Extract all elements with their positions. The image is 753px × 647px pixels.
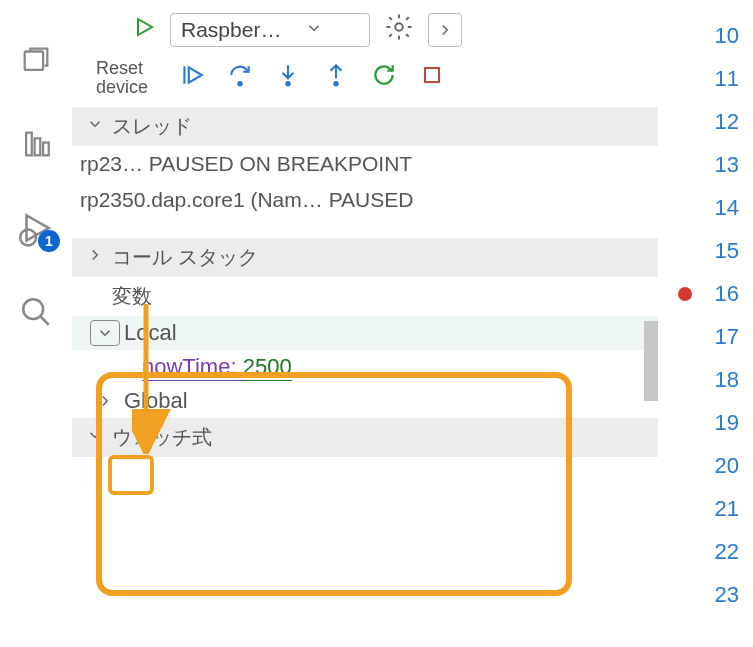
explorer-icon[interactable] [16,40,56,80]
watch-title: ウォッチ式 [112,424,212,451]
svg-point-12 [238,82,241,85]
line-number[interactable]: 17 [658,315,753,358]
svg-line-7 [40,316,49,325]
editor-gutter: 10 11 12 13 14 15 16 17 18 19 20 21 22 2… [658,0,753,647]
chevron-down-icon [86,115,104,138]
watch-section-header[interactable]: ウォッチ式 [72,418,658,457]
svg-point-6 [23,299,43,319]
callstack-section-header[interactable]: コール スタック [72,238,658,277]
line-number[interactable]: 22 [658,530,753,573]
chevron-down-icon[interactable] [90,320,120,346]
line-number[interactable]: 15 [658,229,753,272]
chevron-down-icon [86,426,104,449]
start-debug-icon[interactable] [132,15,156,44]
activity-bar: 1 [0,0,72,647]
launch-config-select[interactable]: Raspber… [170,13,370,47]
variables-title: 変数 [112,283,152,310]
variables-section-header[interactable]: 変数 [72,277,658,316]
threads-title: スレッド [112,113,192,140]
line-number[interactable]: 18 [658,358,753,401]
chevron-right-icon [90,392,120,410]
variable-value: 2500 [243,354,292,381]
debug-toolbar-row1: Raspber… [72,0,658,55]
step-out-icon[interactable] [322,62,350,93]
scrollbar-thumb[interactable] [644,321,658,401]
extensions-icon[interactable] [16,124,56,164]
debug-icon[interactable]: 1 [16,208,56,248]
svg-marker-8 [138,19,152,35]
svg-point-14 [286,82,289,85]
variable-name: nowTime [142,354,230,381]
callstack-title: コール スタック [112,244,258,271]
line-number[interactable]: 16 [658,272,753,315]
line-number[interactable]: 21 [658,487,753,530]
svg-marker-11 [189,68,202,83]
search-icon[interactable] [16,292,56,332]
chevron-right-icon [86,246,104,269]
debug-badge: 1 [38,230,60,252]
continue-icon[interactable] [178,62,206,93]
launch-config-label: Raspber… [181,18,281,42]
svg-point-16 [334,82,337,85]
local-scope-label: Local [124,320,177,346]
variable-row[interactable]: nowTime: 2500 [72,350,658,384]
breakpoint-dot[interactable] [678,287,692,301]
line-number[interactable]: 14 [658,186,753,229]
line-number[interactable]: 13 [658,143,753,186]
threads-section-header[interactable]: スレッド [72,107,658,146]
thread-row[interactable]: rp2350.dap.core1 (Nam… PAUSED [72,182,658,218]
variables-scope-local[interactable]: Local [72,316,658,350]
chevron-down-icon [305,18,323,42]
step-over-icon[interactable] [226,62,254,93]
step-into-icon[interactable] [274,62,302,93]
thread-row[interactable]: rp23… PAUSED ON BREAKPOINT [72,146,658,182]
stop-icon[interactable] [418,63,446,92]
gear-icon[interactable] [384,12,414,47]
svg-rect-1 [26,133,32,156]
svg-rect-2 [35,138,41,155]
line-number[interactable]: 19 [658,401,753,444]
svg-point-9 [395,23,403,31]
svg-rect-0 [25,52,43,70]
line-number[interactable]: 10 [658,14,753,57]
open-panel-icon[interactable] [428,13,462,47]
line-number[interactable]: 12 [658,100,753,143]
global-scope-label: Global [124,388,188,414]
variables-scope-global[interactable]: Global [72,384,658,418]
line-number[interactable]: 11 [658,57,753,100]
reset-device-label: Reset device [96,59,158,97]
svg-rect-17 [425,68,439,82]
restart-icon[interactable] [370,62,398,93]
svg-rect-3 [43,143,49,156]
debug-panel: Raspber… Reset device [72,0,658,647]
line-number[interactable]: 23 [658,573,753,616]
debug-toolbar-row2: Reset device [72,55,658,107]
line-number[interactable]: 20 [658,444,753,487]
